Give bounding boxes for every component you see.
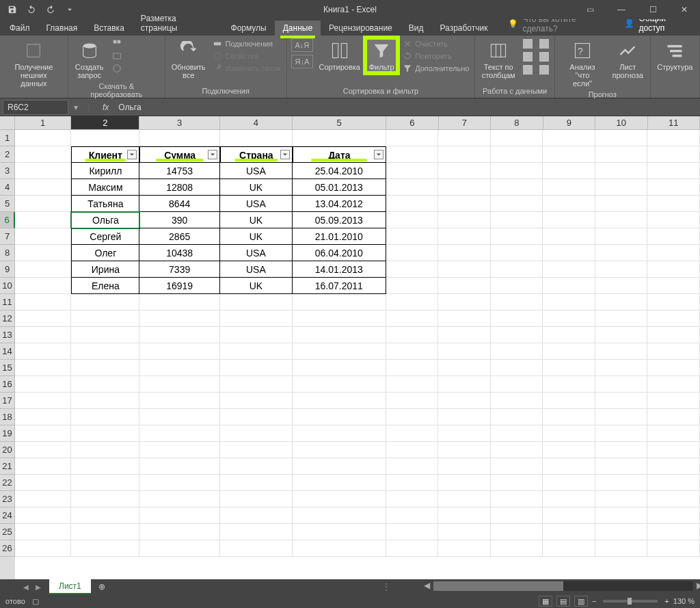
minimize-icon[interactable]: ― (606, 0, 637, 19)
cell[interactable] (386, 146, 439, 163)
cell[interactable] (438, 228, 491, 245)
cell[interactable] (15, 376, 71, 393)
cell[interactable] (491, 409, 543, 425)
cell[interactable] (220, 130, 293, 146)
cell[interactable] (595, 327, 648, 343)
cell[interactable] (293, 524, 386, 540)
cell[interactable] (491, 343, 543, 360)
cell[interactable] (595, 179, 648, 196)
row-header[interactable]: 23 (0, 491, 15, 507)
col-header[interactable]: 7 (439, 116, 491, 130)
cell[interactable]: Олег (71, 245, 139, 261)
cell[interactable] (15, 294, 71, 310)
normal-view-button[interactable]: ▦ (539, 596, 552, 607)
forecast-sheet-button[interactable]: Лист прогноза (610, 38, 646, 81)
cell[interactable] (386, 360, 439, 376)
row-header[interactable]: 25 (0, 524, 15, 540)
cell[interactable] (71, 393, 139, 409)
cell[interactable] (15, 475, 71, 491)
cell[interactable]: 06.04.2010 (293, 245, 386, 261)
cell[interactable] (293, 294, 386, 310)
cell[interactable] (647, 343, 700, 360)
cell[interactable] (220, 409, 293, 425)
cell[interactable] (71, 294, 139, 310)
data-validation-button[interactable] (522, 64, 534, 75)
cell[interactable] (15, 179, 71, 196)
cell[interactable] (543, 163, 595, 179)
cell[interactable] (386, 245, 439, 261)
sort-za-button[interactable]: Я↓А (291, 55, 314, 68)
cell[interactable] (595, 360, 648, 376)
cell[interactable] (543, 343, 595, 360)
cell[interactable] (220, 540, 293, 557)
properties-button[interactable]: Свойства (211, 51, 282, 62)
page-layout-view-button[interactable]: ▤ (556, 596, 570, 607)
row-header[interactable]: 15 (0, 360, 15, 376)
cell[interactable] (386, 425, 439, 442)
cell[interactable] (543, 507, 595, 524)
cell[interactable] (543, 425, 595, 442)
cell[interactable] (386, 458, 439, 475)
cell[interactable] (438, 360, 491, 376)
cell[interactable]: 12808 (139, 179, 220, 196)
col-header[interactable]: 6 (386, 116, 438, 130)
cell[interactable]: UK (220, 278, 293, 294)
cell[interactable]: 7339 (139, 261, 220, 278)
sort-button[interactable]: Сортировка (317, 38, 362, 72)
cell[interactable] (15, 310, 71, 327)
cell[interactable] (543, 196, 595, 212)
cell[interactable] (293, 376, 386, 393)
cell[interactable] (438, 146, 491, 163)
add-sheet-button[interactable]: ⊕ (95, 580, 109, 594)
cell[interactable]: Елена (71, 278, 139, 294)
cell[interactable] (543, 376, 595, 393)
cell[interactable] (543, 146, 595, 163)
cell[interactable] (293, 507, 386, 524)
cell[interactable] (438, 278, 491, 294)
cell[interactable] (647, 228, 700, 245)
cell[interactable] (595, 163, 648, 179)
cell[interactable] (71, 507, 139, 524)
cell[interactable] (386, 524, 439, 540)
cell[interactable] (438, 310, 491, 327)
cell[interactable] (543, 475, 595, 491)
cell[interactable] (139, 343, 220, 360)
redo-icon[interactable] (42, 2, 59, 17)
zoom-level[interactable]: 130 % (673, 597, 695, 605)
cell[interactable] (438, 409, 491, 425)
cell[interactable] (438, 212, 491, 228)
insert-function-button[interactable]: fx (97, 103, 114, 112)
cell[interactable] (438, 507, 491, 524)
row-header[interactable]: 14 (0, 343, 15, 360)
cell[interactable] (386, 376, 439, 393)
cell[interactable] (438, 524, 491, 540)
cell[interactable] (139, 442, 220, 458)
cell[interactable] (220, 360, 293, 376)
cell[interactable] (491, 228, 543, 245)
cell[interactable] (139, 409, 220, 425)
cell[interactable] (491, 179, 543, 196)
sheet-prev-icon[interactable]: ◀ (21, 582, 31, 592)
row-header[interactable]: 13 (0, 327, 15, 343)
cell[interactable] (543, 540, 595, 557)
relationships-button[interactable] (538, 51, 550, 62)
cell[interactable] (543, 278, 595, 294)
cell[interactable] (139, 393, 220, 409)
cell[interactable] (220, 442, 293, 458)
cell[interactable] (543, 458, 595, 475)
cell[interactable] (491, 475, 543, 491)
cell[interactable] (220, 294, 293, 310)
cell[interactable] (647, 130, 700, 146)
zoom-slider[interactable] (603, 600, 658, 603)
cell[interactable] (139, 507, 220, 524)
row-header[interactable]: 19 (0, 425, 15, 442)
cell[interactable]: UK (220, 228, 293, 245)
tab-page-layout[interactable]: Разметка страницы (133, 11, 223, 36)
filter-dropdown-icon[interactable] (127, 150, 137, 159)
cell[interactable] (71, 540, 139, 557)
cell[interactable] (293, 327, 386, 343)
cell[interactable]: 2865 (139, 228, 220, 245)
cell[interactable] (15, 196, 71, 212)
cell[interactable]: 14753 (139, 163, 220, 179)
cell[interactable] (220, 376, 293, 393)
